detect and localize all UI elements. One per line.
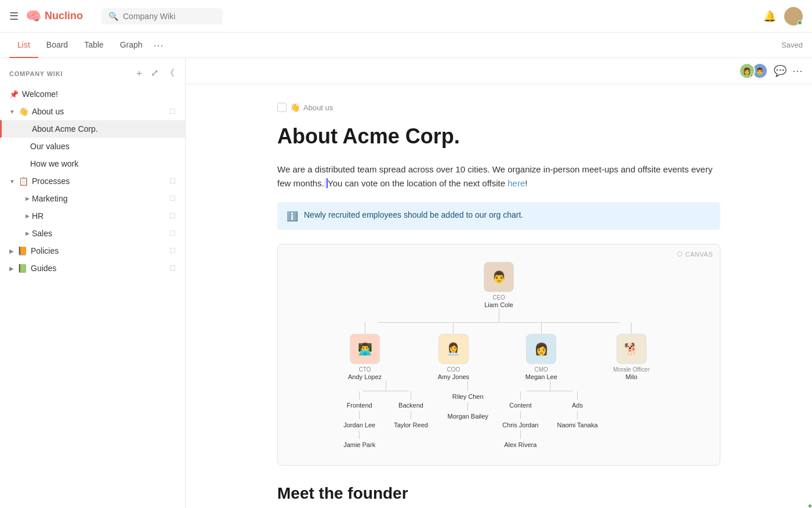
orange-book-icon: 📙	[17, 246, 27, 255]
org-node-milo: 🐕 Morale Officer Milo	[613, 322, 650, 380]
tab-board[interactable]: Board	[38, 33, 76, 58]
topbar-right: 🔔	[763, 7, 803, 26]
sidebar-group-label-guides: Guides	[31, 264, 166, 273]
collapse-icon[interactable]: 《	[164, 66, 176, 81]
milo-avatar: 🐕	[617, 334, 647, 364]
v-conn-cmo-l3	[550, 380, 550, 391]
sidebar-item-about-acme[interactable]: About Acme Corp.	[0, 120, 185, 138]
hamburger-icon[interactable]: ☰	[9, 10, 19, 23]
milo-role: Morale Officer	[613, 366, 650, 373]
chevron-down-icon: ▼	[9, 109, 15, 115]
bell-icon[interactable]: 🔔	[763, 10, 776, 23]
sidebar-item-sales[interactable]: ▶ Sales ☐	[0, 225, 185, 242]
wave-icon: 👋	[19, 107, 28, 116]
check-icon-processes: ☐	[169, 177, 176, 185]
breadcrumb-emoji: 👋	[290, 103, 300, 112]
chevron-right-icon-policies: ▶	[9, 248, 14, 254]
more-options-icon[interactable]: ⋯	[792, 64, 803, 77]
sidebar-item-our-values[interactable]: Our values	[0, 138, 185, 155]
naomi-tanaka: Naomi Tanaka	[552, 419, 602, 431]
v-conn-cto	[365, 322, 365, 334]
org-node-coo: 👩‍💼 COO Amy Jones	[438, 322, 469, 380]
sidebar-group-label-policies: Policies	[31, 246, 166, 255]
topbar: ☰ 🧠 Nuclino 🔍 🔔	[0, 0, 812, 33]
sidebar-item-welcome[interactable]: 📌 Welcome!	[0, 85, 185, 103]
v-conn-coo-l3	[467, 380, 468, 391]
backend-label: Backend	[394, 399, 428, 411]
frontend-label: Frontend	[342, 399, 377, 411]
sidebar-item-label-our-values: Our values	[30, 142, 176, 151]
user-avatar[interactable]	[784, 7, 803, 26]
l2-section: 👨‍💻 CTO Andy Lopez 👩‍💼 COO Amy Jones	[319, 322, 679, 451]
cmo-name: Megan Lee	[525, 373, 557, 380]
sidebar-item-hr[interactable]: ▶ HR ☐	[0, 207, 185, 225]
backend-node: Backend Taylor Reed	[389, 391, 433, 451]
cto-avatar: 👨‍💻	[350, 334, 380, 364]
sidebar-group-about-us[interactable]: ▼ 👋 About us ☐	[0, 103, 185, 120]
riley-chen: Riley Chen	[448, 391, 488, 402]
sidebar-group-guides[interactable]: ▶ 📗 Guides ☐	[0, 260, 185, 277]
sidebar-item-label-marketing: Marketing	[32, 194, 167, 203]
v-conn-cmo	[541, 322, 542, 334]
canvas-label: ⬡ CANVAS	[677, 250, 713, 258]
chevron-right-icon-marketing: ▶	[26, 196, 30, 201]
sidebar-header: COMPANY WIKI ＋ ⤢ 《	[0, 58, 185, 85]
coo-children: Riley Chen Morgan Bailey	[439, 380, 497, 422]
org-node-ceo: 👨 CEO Liam Cole	[484, 262, 514, 308]
ads-node: Ads Naomi Tanaka	[552, 391, 602, 451]
org-node-cto: 👨‍💻 CTO Andy Lopez	[348, 322, 382, 380]
v-connector-ceo	[499, 308, 499, 322]
brain-icon: 🧠	[26, 9, 41, 24]
cmo-avatar: 👩	[526, 334, 556, 364]
org-node-cmo: 👩 CMO Megan Lee	[525, 322, 557, 380]
h-connector-l2	[378, 322, 619, 323]
collab-avatar-1: 👩	[739, 63, 755, 79]
search-bar[interactable]: 🔍	[102, 8, 223, 24]
check-icon-about-us: ☐	[169, 107, 176, 116]
alex-rivera: Alex Rivera	[499, 439, 541, 451]
chevron-right-icon-guides: ▶	[9, 265, 14, 272]
sidebar-group-processes[interactable]: ▼ 📋 Processes ☐	[0, 172, 185, 190]
tab-graph[interactable]: Graph	[112, 33, 151, 58]
chevron-down-icon-processes: ▼	[9, 178, 15, 185]
collab-avatars: 👩 👨	[739, 63, 768, 79]
add-icon[interactable]: ＋	[133, 66, 145, 81]
jordan-lee: Jordan Lee	[339, 419, 380, 431]
cto-name: Andy Lopez	[348, 373, 382, 380]
l3-row: Frontend Jordan Lee Jamie Park	[348, 380, 650, 451]
search-input[interactable]	[123, 12, 216, 21]
content-node: Content Chris Jordan Alex Rivera	[498, 391, 543, 451]
sidebar-item-label-hr: HR	[32, 211, 167, 221]
cmo-role: CMO	[535, 366, 548, 373]
sidebar-group-policies[interactable]: ▶ 📙 Policies ☐	[0, 242, 185, 260]
saved-label: Saved	[781, 41, 803, 49]
body-text-2: You can vote on the location of the next…	[328, 178, 505, 188]
jamie-park: Jamie Park	[339, 439, 380, 451]
tab-more-icon[interactable]: ⋯	[153, 39, 164, 52]
v-conn-coo	[453, 322, 454, 334]
sidebar-item-label-about-acme: About Acme Corp.	[32, 124, 176, 134]
comment-icon[interactable]: 💬	[774, 64, 786, 77]
expand-icon[interactable]: ⤢	[150, 66, 160, 81]
tab-list[interactable]: List	[9, 33, 38, 58]
taylor-reed: Taylor Reed	[389, 419, 433, 431]
cto-l3-nodes: Frontend Jordan Lee Jamie Park	[339, 391, 433, 451]
breadcrumb-checkbox[interactable]	[277, 103, 287, 112]
check-icon-hr: ☐	[169, 212, 176, 220]
breadcrumb: 👋 About us	[277, 103, 720, 112]
sidebar-item-marketing[interactable]: ▶ Marketing ☐	[0, 190, 185, 207]
v-conn-cto-l3	[386, 380, 386, 391]
sidebar-item-how-we-work[interactable]: How we work	[0, 155, 185, 172]
breadcrumb-item: About us	[303, 103, 333, 112]
sidebar-item-label-sales: Sales	[32, 229, 167, 238]
v-conn-milo	[631, 322, 632, 334]
content-label: Content	[505, 399, 536, 411]
sidebar-group-label-about-us: About us	[32, 107, 166, 116]
check-icon-marketing: ☐	[169, 194, 176, 203]
ceo-name: Liam Cole	[484, 301, 513, 308]
tab-table[interactable]: Table	[76, 33, 111, 58]
coo-avatar: 👩‍💼	[438, 334, 469, 364]
logo: 🧠 Nuclino	[26, 9, 83, 24]
here-link[interactable]: here	[507, 178, 525, 188]
canvas-icon: ⬡	[677, 250, 683, 258]
